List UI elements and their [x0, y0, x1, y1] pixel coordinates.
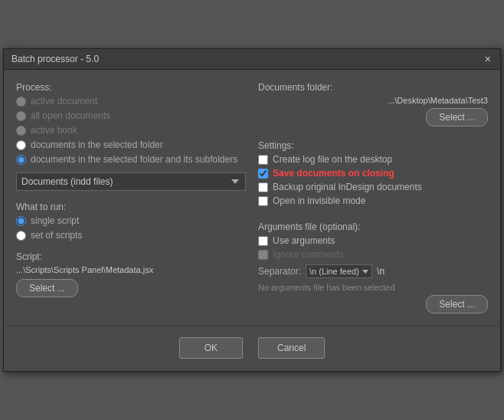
batch-processor-dialog: Batch processor - 5.0 × Process: active …	[3, 48, 501, 372]
checkbox-save-docs[interactable]: Save documents on closing	[258, 168, 488, 179]
radio-active-document-input[interactable]	[16, 97, 26, 107]
radio-active-book-label: active book	[31, 125, 77, 136]
radio-docs-selected-folder-label: documents in the selected folder	[31, 139, 163, 150]
radio-active-book[interactable]: active book	[16, 125, 246, 136]
arguments-label: Arguments file (optional):	[258, 221, 488, 232]
separator-label: Separator:	[258, 266, 301, 277]
checkbox-create-log-input[interactable]	[258, 155, 268, 165]
file-type-dropdown[interactable]: Documents (indd files) All files Documen…	[16, 172, 246, 191]
dialog-footer: OK Cancel	[4, 326, 500, 371]
checkbox-create-log-label: Create log file on the desktop	[273, 154, 392, 165]
script-path: ...\Scripts\Scripts Panel\Metadata.jsx	[16, 265, 246, 274]
cancel-button[interactable]: Cancel	[258, 337, 325, 359]
what-to-run-label: What to run:	[16, 202, 246, 212]
checkbox-open-invisible[interactable]: Open in invisible mode	[258, 195, 488, 206]
checkbox-backup-original-input[interactable]	[258, 182, 268, 192]
checkbox-ignore-comments-input	[258, 250, 268, 260]
what-to-run-section: What to run: single script set of script…	[16, 202, 246, 241]
separator-row: Separator: \n (Line feed) \t (Tab) , (Co…	[258, 264, 488, 278]
args-select-button[interactable]: Select ...	[426, 295, 488, 313]
radio-docs-selected-folder[interactable]: documents in the selected folder	[16, 139, 246, 150]
radio-single-script-label: single script	[31, 215, 79, 226]
docs-folder-section: Documents folder: ...\Desktop\Metadata\T…	[258, 82, 488, 126]
script-select-button[interactable]: Select ...	[16, 279, 78, 297]
radio-docs-subfolders-input[interactable]	[16, 155, 26, 165]
docs-folder-select-button[interactable]: Select ...	[426, 108, 488, 126]
radio-all-open-documents-label: all open documents	[31, 110, 110, 121]
checkbox-use-arguments[interactable]: Use arguments	[258, 235, 488, 246]
arguments-section: Arguments file (optional): Use arguments…	[258, 221, 488, 313]
checkbox-save-docs-label: Save documents on closing	[273, 168, 394, 179]
checkbox-open-invisible-label: Open in invisible mode	[273, 195, 365, 206]
checkbox-use-arguments-label: Use arguments	[273, 235, 335, 246]
process-section: Process: active document all open docume…	[16, 82, 246, 191]
radio-set-of-scripts[interactable]: set of scripts	[16, 230, 246, 241]
docs-folder-path: ...\Desktop\Metadata\Test3	[258, 96, 488, 105]
dialog-body: Process: active document all open docume…	[4, 70, 500, 326]
separator-value: \n	[377, 266, 385, 277]
checkbox-backup-original[interactable]: Backup original InDesign documents	[258, 182, 488, 192]
radio-single-script-input[interactable]	[16, 216, 26, 226]
dialog-title: Batch processor - 5.0	[11, 54, 99, 64]
script-label: Script:	[16, 251, 246, 262]
separator-dropdown[interactable]: \n (Line feed) \t (Tab) , (Comma)	[306, 264, 372, 278]
radio-active-book-input[interactable]	[16, 126, 26, 136]
checkbox-use-arguments-input[interactable]	[258, 236, 268, 246]
checkbox-open-invisible-input[interactable]	[258, 196, 268, 206]
radio-active-document-label: active document	[31, 96, 97, 107]
docs-folder-select-wrapper: Select ...	[258, 108, 488, 126]
ignore-comments-row: Ignore comments	[258, 249, 488, 260]
radio-docs-subfolders-label: documents in the selected folder and its…	[31, 154, 237, 165]
args-select-wrapper: Select ...	[258, 295, 488, 313]
checkbox-ignore-comments-label: Ignore comments	[273, 249, 344, 260]
process-label: Process:	[16, 82, 246, 93]
script-section: Script: ...\Scripts\Scripts Panel\Metada…	[16, 251, 246, 297]
settings-section: Settings: Create log file on the desktop…	[258, 140, 488, 209]
radio-single-script[interactable]: single script	[16, 215, 246, 226]
docs-folder-label: Documents folder:	[258, 82, 488, 93]
checkbox-save-docs-input[interactable]	[258, 169, 268, 179]
ok-button[interactable]: OK	[179, 337, 243, 359]
checkbox-backup-original-label: Backup original InDesign documents	[273, 182, 422, 192]
right-panel: Documents folder: ...\Desktop\Metadata\T…	[258, 82, 488, 313]
radio-set-of-scripts-input[interactable]	[16, 231, 26, 241]
settings-label: Settings:	[258, 140, 488, 151]
file-type-dropdown-wrapper: Documents (indd files) All files Documen…	[16, 169, 246, 191]
radio-active-document[interactable]: active document	[16, 96, 246, 107]
process-radio-group: active document all open documents activ…	[16, 96, 246, 165]
checkbox-create-log[interactable]: Create log file on the desktop	[258, 154, 488, 165]
title-bar: Batch processor - 5.0 ×	[4, 49, 500, 70]
close-button[interactable]: ×	[483, 54, 493, 64]
radio-set-of-scripts-label: set of scripts	[31, 230, 82, 241]
radio-docs-selected-folder-subfolders[interactable]: documents in the selected folder and its…	[16, 154, 246, 165]
radio-all-open-documents[interactable]: all open documents	[16, 110, 246, 121]
radio-all-open-documents-input[interactable]	[16, 111, 26, 121]
what-to-run-radio-group: single script set of scripts	[16, 215, 246, 241]
no-args-text: No arguments file has been selected	[258, 283, 488, 292]
radio-docs-selected-folder-input[interactable]	[16, 140, 26, 150]
left-panel: Process: active document all open docume…	[16, 82, 246, 313]
